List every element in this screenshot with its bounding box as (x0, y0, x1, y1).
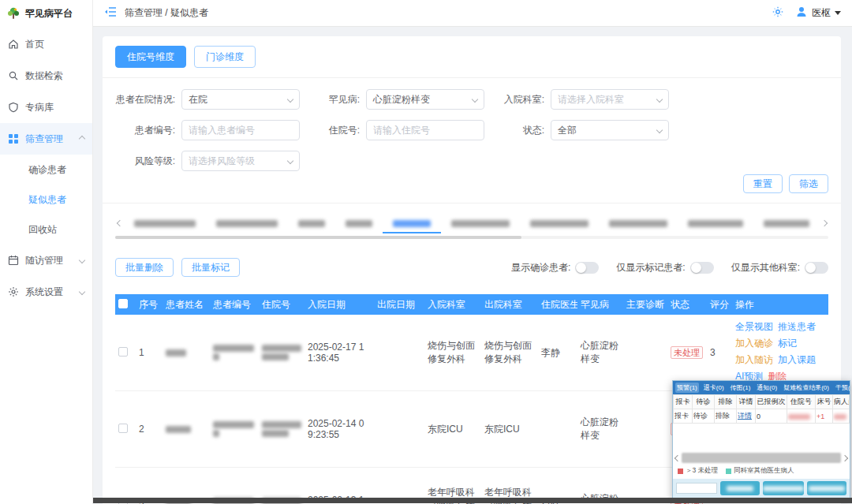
chevron-left-icon[interactable] (674, 454, 681, 461)
admit-dept-select[interactable]: 请选择入院科室 (551, 89, 669, 110)
rare-disease-label: 罕见病: (300, 93, 366, 106)
popup-tab-exam-results[interactable]: 疑难检查结果(0) (782, 383, 831, 393)
sidebar-item-home[interactable]: 首页 (0, 28, 92, 60)
toggle-only-marked[interactable] (690, 262, 714, 274)
row-checkbox[interactable] (118, 424, 128, 433)
disease-tab-active-redacted[interactable] (383, 213, 441, 233)
status-select[interactable]: 全部 (551, 120, 669, 140)
popup-tab-transfer[interactable]: 传图(1) (729, 383, 753, 393)
alert-popup: 预警(1) 退卡(0) 传图(1) 通知(0) 疑难检查结果(0) 干预(0) … (672, 380, 850, 498)
redacted-patient-id (213, 421, 254, 428)
popup-tab-notice[interactable]: 通知(0) (755, 383, 779, 393)
calendar-icon (8, 255, 19, 266)
disease-tab-redacted[interactable] (678, 213, 753, 233)
popup-report-link[interactable]: 报卡 (674, 409, 693, 424)
action-push-patient[interactable]: 推送患者 (778, 319, 816, 334)
disease-tab-redacted[interactable] (206, 213, 288, 233)
action-add-followup[interactable]: 加入随访 (735, 353, 773, 368)
risk-level-select[interactable]: 请选择风险等级 (181, 151, 300, 171)
chevron-down-icon (79, 257, 85, 263)
popup-detail-link[interactable]: 详情 (737, 409, 756, 424)
sidebar-item-settings[interactable]: 系统设置 (0, 276, 92, 308)
chevron-down-icon (79, 289, 85, 295)
toggle-show-confirmed-label: 显示确诊患者: (511, 261, 570, 274)
chevron-down-icon (656, 96, 663, 103)
in-hospital-select[interactable]: 在院 (181, 89, 300, 110)
redacted-hosp-id (262, 345, 301, 352)
reset-button[interactable]: 重置 (743, 174, 783, 193)
sidebar-item-suspected-patients[interactable]: 疑似患者 (0, 185, 92, 215)
batch-mark-button[interactable]: 批量标记 (181, 258, 240, 277)
filter-button[interactable]: 筛选 (789, 174, 828, 193)
popup-exclude-link[interactable]: 排除 (715, 409, 737, 424)
sidebar-item-recycle-bin[interactable]: 回收站 (0, 215, 92, 245)
topbar: 筛查管理 / 疑似患者 医枢 (93, 0, 852, 27)
popup-bed-no: +1 (816, 409, 833, 424)
home-icon (8, 39, 19, 50)
grid-icon (8, 133, 19, 144)
action-mark[interactable]: 标记 (778, 336, 797, 351)
tab-inpatient-dimension[interactable]: 住院号维度 (115, 46, 186, 68)
redacted-patient-name (166, 349, 186, 357)
disease-tab-redacted[interactable] (441, 213, 520, 233)
tabs-scrollbar[interactable] (115, 236, 828, 239)
popup-data-row: 报卡 待诊 排除 详情 0 +1 (674, 409, 850, 424)
disease-tab-redacted[interactable] (124, 213, 206, 233)
popup-button-redacted[interactable] (807, 481, 846, 495)
toggle-other-dept[interactable] (805, 262, 828, 274)
popup-footer (673, 479, 850, 498)
search-icon (8, 70, 19, 81)
user-avatar-icon (795, 6, 808, 21)
popup-tab-return-card[interactable]: 退卡(0) (702, 383, 726, 393)
row-checkbox[interactable] (118, 347, 128, 357)
toggle-other-dept-label: 仅显示其他科室: (731, 261, 800, 274)
action-add-project[interactable]: 加入课题 (778, 353, 816, 368)
dimension-tabs: 住院号维度 门诊维度 (115, 46, 828, 68)
rare-disease-select[interactable]: 心脏淀粉样变 (366, 89, 484, 110)
toggle-show-confirmed[interactable] (575, 262, 599, 274)
sidebar-item-data-search[interactable]: 数据检索 (0, 60, 92, 91)
disease-tab-redacted[interactable] (288, 213, 335, 233)
gear-icon (8, 286, 19, 297)
chevron-right-icon[interactable] (842, 454, 848, 461)
popup-input[interactable] (676, 483, 717, 494)
disease-tab-redacted[interactable] (753, 213, 820, 233)
status-badge: 未处理 (671, 346, 703, 359)
sidebar-item-screening[interactable]: 筛查管理 (0, 123, 92, 155)
in-hospital-label: 患者在院情况: (115, 93, 181, 106)
settings-gear-icon[interactable] (772, 6, 784, 21)
popup-tab-bar: 预警(1) 退卡(0) 传图(1) 通知(0) 疑难检查结果(0) 干预(0) (673, 381, 850, 394)
tabs-scroll-right-icon[interactable] (820, 221, 828, 226)
tab-outpatient-dimension[interactable]: 门诊维度 (194, 46, 256, 68)
user-menu[interactable]: 医枢 (795, 6, 841, 21)
batch-delete-button[interactable]: 批量删除 (115, 258, 174, 277)
popup-tab-warning[interactable]: 预警(1) (675, 383, 699, 393)
disease-tab-bar (115, 213, 828, 233)
redacted-hosp-id (262, 421, 301, 428)
chevron-up-icon (79, 136, 85, 142)
popup-header-row: 报卡 待诊 排除 详情 已报例次 住院号 床号 病人姓 (674, 395, 850, 409)
patient-id-input[interactable] (181, 120, 300, 140)
disease-tab-redacted[interactable] (520, 213, 599, 233)
redacted-hosp-id (788, 414, 810, 420)
select-all-checkbox[interactable] (118, 299, 128, 308)
disease-tab-redacted[interactable] (599, 213, 678, 233)
popup-wait-link[interactable]: 待诊 (693, 409, 715, 424)
hosp-id-input[interactable] (366, 120, 484, 140)
disease-tab-redacted[interactable] (335, 213, 383, 233)
sidebar-item-confirmed-patients[interactable]: 确诊患者 (0, 155, 92, 185)
popup-button-redacted[interactable] (720, 481, 760, 495)
sidebar-item-disease-library[interactable]: 专病库 (0, 91, 92, 123)
collapse-menu-icon[interactable] (104, 6, 117, 20)
action-panorama[interactable]: 全景视图 (735, 319, 773, 334)
app-logo: 罕见病平台 (0, 0, 92, 28)
redacted-patient-id (213, 353, 219, 360)
popup-button-redacted[interactable] (763, 481, 804, 495)
popup-table: 报卡 待诊 排除 详情 已报例次 住院号 床号 病人姓 报卡 待诊 排除 详情 … (673, 394, 850, 424)
popup-tab-intervene[interactable]: 干预(0) (834, 383, 850, 393)
table-header-row: 序号 患者姓名 患者编号 住院号 入院日期 出院日期 入院科室 出院科室 住院医… (115, 294, 828, 315)
toggle-only-marked-label: 仅显示标记患者: (616, 261, 685, 274)
action-add-confirmed[interactable]: 加入确诊 (735, 336, 773, 351)
sidebar-item-followup[interactable]: 随访管理 (0, 245, 92, 276)
tabs-scroll-left-icon[interactable] (115, 221, 124, 226)
